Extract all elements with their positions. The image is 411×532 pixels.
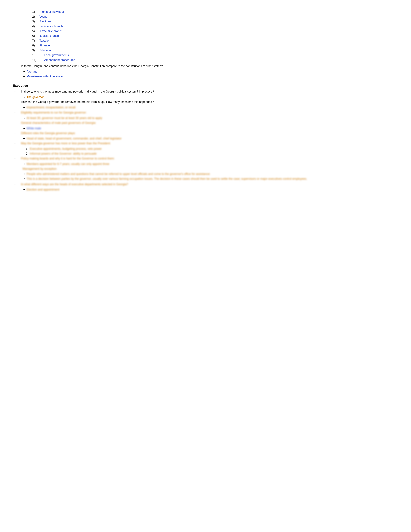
list-item: 5) Executive branch: [32, 29, 398, 34]
list-number: 7): [32, 38, 39, 43]
dash-symbol: -: [13, 182, 21, 187]
executive-heading: Executive: [13, 83, 398, 88]
arrow-icon: ➜: [23, 116, 25, 120]
list-item: 10) Local governments: [32, 53, 398, 57]
list-number: 5): [32, 29, 39, 34]
list-link-amendment[interactable]: Amendment procedures: [44, 58, 75, 62]
list-item: 6) Judicial branch: [32, 34, 398, 38]
topics-list: 1) Rights of individual 2) Voting' 3) El…: [13, 10, 398, 62]
blurred-text-8: May the Georgia governor has more or les…: [21, 141, 111, 146]
answer-mainstream: ➜ Mainstream with other states: [13, 74, 398, 79]
list-link-local-gov[interactable]: Local governments: [44, 54, 69, 57]
list-number: 4): [32, 24, 39, 29]
blurred-dash-15: - In what different ways are the heads o…: [13, 182, 398, 187]
q1-answer-text: The governor: [27, 95, 44, 99]
blurred-dash-10: - Policy making boards and why it is har…: [13, 156, 398, 161]
list-link-taxation[interactable]: Taxation: [39, 39, 50, 42]
answer-mainstream-link[interactable]: Mainstream with other states: [27, 74, 64, 79]
list-link-finance[interactable]: Finance: [39, 44, 50, 47]
dash-symbol: -: [13, 131, 21, 136]
blurred-text-11: Members appointed for 6-7 years; usually…: [27, 162, 109, 166]
blurred-text-4: General characteristics of male past gov…: [21, 121, 96, 125]
blurred-item-14: ➜ This is a decision between parties by …: [13, 177, 398, 181]
blurred-item-3: ➜ At least 30, governor must be at least…: [13, 116, 398, 120]
blurred-item-5: ➜ White male: [13, 126, 398, 131]
list-item: 2) Voting': [32, 15, 398, 19]
blurred-text-2: Eligibility requirements to run for Geor…: [21, 110, 86, 115]
list-link-executive[interactable]: Executive branch: [39, 29, 63, 33]
q1-answer: ➜ The governor: [13, 95, 398, 99]
blurred-item-1: ➜ Impeachment, incapacitation, or recall: [13, 105, 398, 110]
blurred-item-7: ➜ Head of state, head of government, com…: [13, 136, 398, 141]
number-icon: 2.: [26, 152, 28, 156]
list-item: 4) Legislative branch: [32, 24, 398, 29]
arrow-icon: ➜: [23, 162, 25, 166]
q2-text: How can the Georgia governor be removed …: [21, 100, 154, 104]
list-item: 8) Finance: [32, 43, 398, 48]
blurred-text-3: At least 30, governor must be at least 3…: [27, 116, 102, 120]
blurred-text-5: White male: [27, 126, 41, 131]
blurred-text-7: Head of state, head of government, comma…: [27, 136, 121, 141]
dash-symbol: -: [13, 121, 21, 125]
blurred-text-14: This is a decision between parties by th…: [27, 177, 307, 181]
blurred-text-6: Different roles the Georgia governor pla…: [21, 131, 75, 136]
list-number: 3): [32, 19, 39, 24]
list-item: 7) Taxation: [32, 38, 398, 43]
blurred-text-15: In what different ways are the heads of …: [21, 182, 128, 187]
list-number: 2): [32, 15, 39, 19]
q2-block: - How can the Georgia governor be remove…: [13, 100, 398, 104]
dash-symbol: -: [13, 64, 21, 68]
list-item: 11) Amendment procedures: [32, 58, 398, 62]
blurred-sub-item-9a: 1. Executive appointments, budgeting pro…: [13, 147, 398, 151]
blurred-dash-4: - General characteristics of male past g…: [13, 121, 398, 125]
answer-average: ➜ Average: [13, 69, 398, 74]
list-link-judicial[interactable]: Judicial branch: [39, 34, 59, 38]
list-item: 3) Elections: [32, 19, 398, 24]
arrow-icon: ➜: [23, 95, 25, 99]
list-link-voting[interactable]: Voting': [39, 15, 48, 18]
arrow-icon: ➜: [23, 69, 25, 74]
blurred-item-16: ➜ Election and appointment: [13, 188, 398, 192]
comparison-question-block: - In format, length, and content, how do…: [13, 64, 398, 68]
list-link-rights[interactable]: Rights of individual: [39, 10, 64, 13]
blurred-text-10: Policy making boards and why it is hard …: [21, 156, 115, 161]
list-number: 6): [32, 34, 39, 38]
blurred-text-9a: Executive appointments, budgeting proces…: [30, 147, 102, 151]
q1-block: - In theory, who is the most important a…: [13, 89, 398, 94]
blurred-sub-12: Management by exception: [13, 167, 398, 171]
list-number: 10): [32, 53, 44, 57]
blurred-text-12: Management by exception: [23, 167, 56, 171]
list-number: 9): [32, 48, 39, 53]
list-item: 1) Rights of individual: [32, 10, 398, 14]
blurred-dash-8: - May the Georgia governor has more or l…: [13, 141, 398, 146]
arrow-icon: ➜: [23, 126, 25, 131]
q1-text: In theory, who is the most important and…: [21, 89, 154, 94]
dash-symbol: -: [13, 100, 21, 104]
blurred-item-13: ➜ People who administered matters and qu…: [13, 172, 398, 176]
blurred-text-9b: Informal powers of the Governor: ability…: [30, 152, 97, 156]
list-link-legislative[interactable]: Legislative branch: [39, 25, 63, 28]
list-number: 1): [32, 10, 39, 14]
arrow-icon: ➜: [23, 136, 25, 141]
arrow-icon: ➜: [23, 105, 25, 110]
dash-symbol: -: [13, 156, 21, 161]
blurred-text-16: Election and appointment: [27, 188, 59, 192]
list-number: 8): [32, 43, 39, 48]
answer-average-link[interactable]: Average: [27, 69, 37, 74]
list-link-elections[interactable]: Elections: [39, 20, 51, 23]
list-link-education[interactable]: Education: [39, 49, 52, 52]
blurred-text-13: People who administered matters and ques…: [27, 172, 210, 176]
blurred-dash-6: - Different roles the Georgia governor p…: [13, 131, 398, 136]
arrow-icon: ➜: [23, 177, 25, 181]
blurred-dash-2: - Eligibility requirements to run for Ge…: [13, 110, 398, 115]
arrow-icon: ➜: [23, 172, 25, 176]
list-number: 11): [32, 58, 44, 62]
dash-symbol: -: [13, 141, 21, 146]
blurred-sub-item-9b: 2. Informal powers of the Governor: abil…: [13, 152, 398, 156]
blurred-item-11: ➜ Members appointed for 6-7 years; usual…: [13, 162, 398, 166]
dash-symbol: -: [13, 110, 21, 115]
comparison-question-text: In format, length, and content, how does…: [21, 64, 163, 68]
dash-symbol: -: [13, 89, 21, 94]
blurred-text-1: Impeachment, incapacitation, or recall: [27, 105, 75, 110]
list-item: 9) Education: [32, 48, 398, 53]
